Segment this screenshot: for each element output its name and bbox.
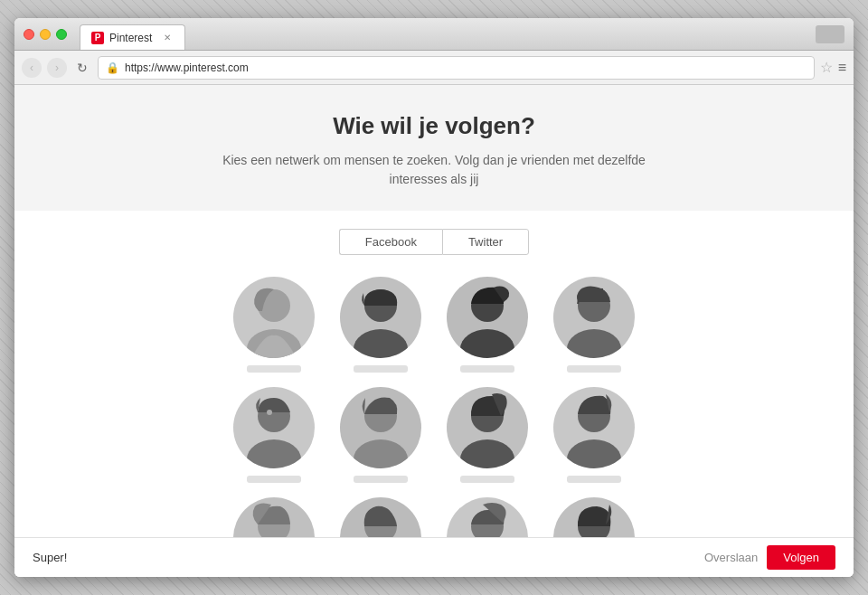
svg-point-7 (567, 329, 621, 358)
avatar-name (354, 365, 408, 373)
traffic-lights (24, 29, 67, 40)
person-silhouette (340, 277, 421, 358)
avatar (553, 497, 635, 537)
twitter-button[interactable]: Twitter (442, 229, 529, 255)
avatar (233, 387, 315, 468)
avatar (553, 277, 635, 358)
list-item[interactable] (438, 277, 537, 373)
list-item[interactable] (224, 277, 324, 373)
svg-point-10 (267, 410, 272, 415)
page-header: Wie wil je volgen? Kies een netwerk om m… (14, 85, 854, 211)
person-silhouette (553, 497, 635, 537)
list-item[interactable] (331, 277, 430, 373)
avatar (233, 277, 315, 358)
avatar-name (460, 476, 514, 483)
close-button[interactable] (24, 29, 34, 40)
person-silhouette (233, 497, 315, 537)
avatar (233, 497, 315, 537)
menu-icon[interactable]: ≡ (838, 60, 846, 76)
list-item[interactable] (544, 387, 644, 483)
browser-window: Pinterest ✕ ‹ › ↻ 🔒 https://www.pinteres… (14, 18, 854, 577)
active-tab[interactable]: Pinterest ✕ (80, 24, 185, 50)
title-bar: Pinterest ✕ (14, 18, 854, 51)
avatar-name (354, 476, 408, 483)
avatar-name (460, 365, 514, 373)
list-item[interactable] (438, 497, 537, 537)
list-item[interactable] (544, 497, 644, 537)
url-text: https://www.pinterest.com (125, 61, 249, 74)
list-item[interactable] (224, 497, 324, 537)
tab-area: Pinterest ✕ (80, 18, 185, 50)
white-section: Facebook Twitter (14, 211, 854, 537)
person-silhouette (553, 387, 635, 468)
tab-close-button[interactable]: ✕ (161, 32, 174, 44)
minimize-button[interactable] (40, 29, 51, 40)
person-silhouette (233, 277, 315, 358)
ssl-icon: 🔒 (106, 61, 119, 74)
facebook-button[interactable]: Facebook (339, 229, 442, 255)
person-silhouette (447, 277, 528, 358)
avatar (340, 387, 421, 468)
avatar (553, 387, 635, 468)
page-title: Wie wil je volgen? (33, 112, 835, 140)
person-silhouette (447, 497, 528, 537)
list-item[interactable] (224, 387, 324, 483)
list-item[interactable] (331, 387, 430, 483)
maximize-button[interactable] (56, 29, 67, 40)
window-controls (816, 25, 844, 43)
svg-point-12 (354, 439, 408, 468)
bookmark-icon[interactable]: ☆ (820, 59, 833, 76)
person-silhouette (553, 277, 635, 358)
tab-title: Pinterest (109, 32, 152, 44)
svg-point-3 (354, 329, 408, 358)
address-bar: ‹ › ↻ 🔒 https://www.pinterest.com ☆ ≡ (14, 51, 854, 85)
avatar (447, 497, 528, 537)
skip-button[interactable]: Overslaan (704, 551, 758, 564)
avatar (340, 277, 421, 358)
back-button[interactable]: ‹ (22, 58, 42, 78)
bottom-bar: Super! Overslaan Volgen (14, 537, 854, 577)
page-subtitle: Kies een netwerk om mensen te zoeken. Vo… (199, 151, 669, 189)
content-area: Wie wil je volgen? Kies een netwerk om m… (14, 85, 854, 577)
person-silhouette (340, 387, 421, 468)
avatar (340, 497, 421, 537)
refresh-icon: ↻ (77, 61, 88, 75)
avatar (447, 277, 528, 358)
super-label: Super! (33, 551, 67, 564)
avatar (447, 387, 528, 468)
forward-button[interactable]: › (47, 58, 67, 78)
refresh-button[interactable]: ↻ (72, 58, 92, 78)
person-silhouette (233, 387, 315, 468)
avatar-name (247, 365, 301, 373)
person-silhouette (340, 497, 421, 537)
avatar-name (567, 476, 621, 483)
tab-favicon (91, 32, 104, 44)
svg-point-9 (247, 439, 301, 468)
list-item[interactable] (544, 277, 644, 373)
page-content: Wie wil je volgen? Kies een netwerk om m… (14, 85, 854, 537)
bottom-bar-actions: Overslaan Volgen (704, 545, 835, 570)
url-bar[interactable]: 🔒 https://www.pinterest.com (98, 56, 815, 80)
list-item[interactable] (331, 497, 430, 537)
list-item[interactable] (438, 387, 537, 483)
forward-icon: › (55, 61, 59, 74)
avatars-grid (206, 277, 662, 537)
svg-point-14 (460, 439, 514, 468)
network-buttons: Facebook Twitter (339, 229, 529, 255)
person-silhouette (447, 387, 528, 468)
avatar-name (247, 476, 301, 483)
avatar-name (567, 365, 621, 373)
svg-point-16 (567, 439, 621, 468)
follow-button[interactable]: Volgen (767, 545, 835, 570)
svg-point-5 (460, 329, 514, 358)
back-icon: ‹ (30, 61, 33, 74)
